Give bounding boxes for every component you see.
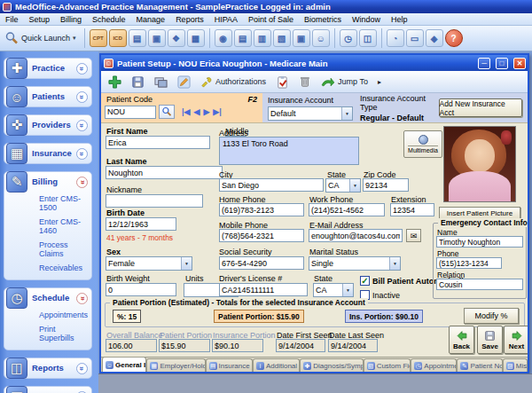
patient-cards-button[interactable] bbox=[151, 73, 171, 90]
emergency-relation-field[interactable] bbox=[436, 279, 523, 290]
menu-manage[interactable]: Manage bbox=[131, 13, 171, 25]
email-icon[interactable]: ✉ bbox=[406, 229, 421, 242]
menu-setup[interactable]: Setup bbox=[24, 13, 56, 25]
emergency-phone-field[interactable] bbox=[436, 257, 502, 269]
email-field[interactable] bbox=[309, 229, 403, 242]
chevron-down-icon[interactable]: » bbox=[76, 363, 88, 374]
modify-percent-button[interactable]: Modify % bbox=[464, 308, 519, 324]
edit-patient-button[interactable] bbox=[174, 73, 194, 90]
multimedia-button[interactable]: Multimedia bbox=[403, 130, 442, 158]
social-security-field[interactable] bbox=[219, 256, 304, 270]
user-manager-icon[interactable]: ☺ bbox=[312, 29, 330, 47]
chevron-down-icon[interactable]: » bbox=[76, 91, 88, 103]
statistics-icon[interactable]: ◔ bbox=[387, 29, 404, 47]
tab-appointments[interactable]: ◷ Appointments bbox=[411, 358, 457, 372]
close-button[interactable]: ✕ bbox=[513, 58, 526, 69]
menu-billing[interactable]: Billing bbox=[55, 13, 87, 25]
birth-weight-field[interactable] bbox=[106, 283, 176, 296]
sidebar-link-receivables[interactable]: Receivables bbox=[32, 261, 88, 275]
security-lock-icon[interactable]: ◈ bbox=[426, 29, 443, 47]
tab-employer-hold-info[interactable]: ▦ Employer/Hold Info bbox=[146, 358, 205, 372]
nickname-field[interactable] bbox=[106, 194, 203, 208]
state-select[interactable]: CA ▼ bbox=[325, 178, 361, 193]
quick-launch[interactable]: Quick Launch ▾ bbox=[3, 31, 80, 45]
back-button[interactable]: Back bbox=[449, 326, 474, 354]
certificates-icon[interactable]: ❖ bbox=[168, 29, 185, 47]
home-phone-field[interactable] bbox=[219, 203, 304, 216]
authorizations-button[interactable]: Authorizations bbox=[197, 73, 270, 90]
jump-to-button[interactable]: Jump To bbox=[317, 73, 372, 90]
menu-point-of-sale[interactable]: Point of Sale bbox=[243, 13, 299, 25]
next-button[interactable]: Next bbox=[504, 326, 528, 354]
work-phone-field[interactable] bbox=[309, 203, 385, 216]
menu-biometrics[interactable]: Biometrics bbox=[299, 13, 347, 25]
save-patient-button[interactable] bbox=[128, 73, 148, 90]
chevron-down-icon[interactable]: » bbox=[76, 63, 88, 75]
icd-codes-icon[interactable]: ICD bbox=[109, 29, 127, 47]
sidebar-item-billing[interactable]: ✎ Billing « Enter CMS-1500 Enter CMS-146… bbox=[4, 171, 92, 280]
sex-select[interactable]: Female ▼ bbox=[106, 256, 192, 271]
sidebar-item-providers[interactable]: ✜ Providers » bbox=[4, 114, 92, 136]
extension-field[interactable] bbox=[390, 203, 434, 216]
menu-file[interactable]: File bbox=[0, 13, 24, 25]
dl-state-select[interactable]: CA ▼ bbox=[313, 283, 354, 297]
lab-setup-icon[interactable]: ▣ bbox=[148, 29, 166, 47]
delete-patient-button[interactable] bbox=[295, 73, 315, 90]
verify-button[interactable] bbox=[272, 73, 293, 90]
sidebar-item-practice[interactable]: ✚ Practice » bbox=[4, 58, 92, 79]
tab-custom-fields[interactable]: ▧ Custom Fields bbox=[364, 358, 411, 372]
tab-patient-notes[interactable]: ✎ Patient Notes bbox=[457, 358, 502, 372]
reports-verify-icon[interactable]: ◫ bbox=[359, 29, 377, 47]
sidebar-link-enter-cms-1500[interactable]: Enter CMS-1500 bbox=[32, 192, 88, 215]
claims-folder-icon[interactable]: ▥ bbox=[254, 29, 271, 47]
sidebar-link-enter-cms-1460[interactable]: Enter CMS-1460 bbox=[32, 215, 88, 238]
menu-reports[interactable]: Reports bbox=[170, 13, 209, 25]
quick-launch-caret-icon[interactable]: ▾ bbox=[73, 35, 76, 42]
birth-date-field[interactable] bbox=[106, 217, 176, 231]
sidebar-item-patients[interactable]: ☺ Patients » bbox=[4, 86, 92, 107]
display-icon[interactable]: ▭ bbox=[406, 29, 424, 47]
sidebar-item-calculator[interactable]: ▦ Calculator » bbox=[4, 386, 92, 393]
scheduler-icon[interactable]: ◷ bbox=[340, 29, 357, 47]
insurance-account-select[interactable]: Default ▼ bbox=[268, 106, 353, 121]
inventory-icon[interactable]: ▧ bbox=[273, 29, 291, 47]
sidebar-link-print-superbills[interactable]: Print Superbills bbox=[32, 322, 88, 345]
first-record-icon[interactable]: |◀ bbox=[182, 107, 190, 116]
help-icon[interactable]: ? bbox=[445, 29, 463, 47]
last-name-field[interactable] bbox=[106, 166, 223, 179]
sidebar-link-appointments[interactable]: Appointments bbox=[32, 308, 88, 322]
last-record-icon[interactable]: ▶| bbox=[213, 107, 221, 116]
zip-code-field[interactable] bbox=[363, 178, 409, 192]
dropdown-arrow-icon[interactable]: ▼ bbox=[181, 257, 192, 270]
previous-record-icon[interactable]: ◀ bbox=[193, 107, 200, 116]
tab-general-info[interactable]: ☺ General Info bbox=[102, 357, 146, 372]
cpt-codes-icon[interactable]: CPT bbox=[90, 29, 107, 47]
workstation-icon[interactable]: ▣ bbox=[293, 29, 310, 47]
marital-status-select[interactable]: Single ▼ bbox=[309, 256, 401, 271]
menu-help[interactable]: Help bbox=[386, 13, 413, 25]
window-titlebar[interactable]: ☺ Patient Setup - NOU Erica Noughton - M… bbox=[101, 55, 528, 71]
chevron-up-icon[interactable]: « bbox=[76, 177, 88, 188]
chevron-down-icon[interactable]: » bbox=[76, 120, 88, 131]
first-name-field[interactable] bbox=[106, 136, 210, 149]
add-new-insurance-acct-button[interactable]: Add New Insurance Acct bbox=[439, 98, 522, 117]
dropdown-arrow-icon[interactable]: ▼ bbox=[389, 257, 400, 270]
sidebar-item-reports[interactable]: ◫ Reports » bbox=[4, 358, 92, 379]
dropdown-arrow-icon[interactable]: ▼ bbox=[341, 107, 352, 120]
next-record-icon[interactable]: ▶ bbox=[203, 107, 209, 116]
address-field[interactable]: 1133 El Toro Road bbox=[219, 137, 359, 165]
city-field[interactable] bbox=[219, 178, 324, 192]
patient-search-button[interactable] bbox=[159, 105, 175, 119]
mobile-phone-field[interactable] bbox=[219, 229, 304, 242]
patient-code-input[interactable] bbox=[105, 106, 156, 119]
tab-misc[interactable]: ▨ Misc bbox=[503, 358, 528, 372]
drivers-license-field[interactable] bbox=[219, 283, 308, 296]
tab-additional-info[interactable]: i Additional Info bbox=[253, 358, 300, 372]
sidebar-item-schedule[interactable]: ◷ Schedule « Appointments Print Superbil… bbox=[4, 287, 92, 350]
add-patient-button[interactable] bbox=[105, 73, 125, 90]
tab-insurance-info[interactable]: ▤ Insurance Info bbox=[206, 358, 253, 372]
dropdown-arrow-icon[interactable]: ▼ bbox=[349, 179, 360, 192]
sidebar-link-process-claims[interactable]: Process Claims bbox=[32, 238, 88, 261]
bill-patient-automatically-checkbox[interactable]: ✓ bbox=[360, 276, 370, 286]
jump-to-expand-icon[interactable]: ▸ bbox=[378, 78, 381, 86]
